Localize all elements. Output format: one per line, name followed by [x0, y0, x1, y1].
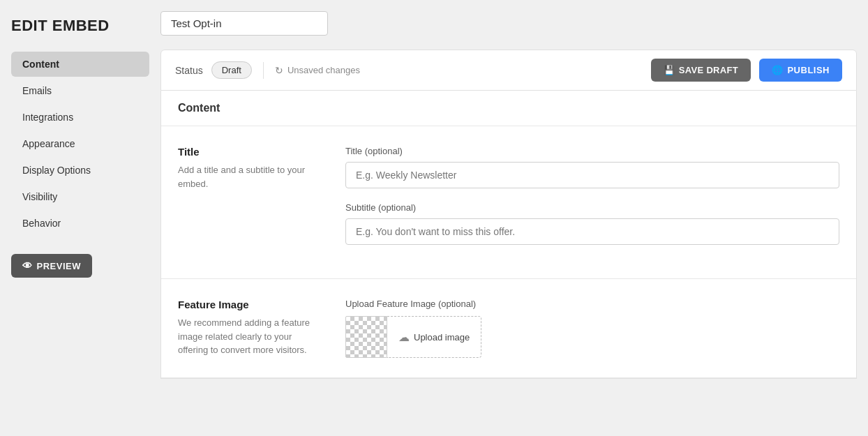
title-input[interactable]	[345, 162, 839, 188]
title-section: Title Add a title and a subtitle to your…	[161, 126, 856, 279]
refresh-icon: ↻	[275, 65, 283, 76]
sidebar: EDIT EMBED Content Emails Integrations A…	[0, 0, 160, 436]
sidebar-item-content[interactable]: Content	[11, 52, 149, 77]
content-section-header: Content	[161, 91, 856, 126]
status-badge[interactable]: Draft	[211, 61, 252, 79]
upload-label: Upload Feature Image (optional)	[345, 299, 839, 309]
sidebar-item-emails[interactable]: Emails	[11, 78, 149, 103]
title-section-description: Add a title and a subtitle to your embed…	[178, 163, 317, 190]
title-section-heading: Title	[178, 146, 317, 158]
subtitle-input[interactable]	[345, 218, 839, 245]
toolbar: Status Draft ↻ Unsaved changes 💾 SAVE DR…	[160, 50, 857, 91]
image-placeholder	[345, 316, 387, 358]
page-title: EDIT EMBED	[11, 17, 149, 35]
sidebar-item-behavior[interactable]: Behavior	[11, 211, 149, 236]
feature-image-section-right: Upload Feature Image (optional) ☁ Upload…	[345, 299, 839, 358]
sidebar-item-integrations[interactable]: Integrations	[11, 105, 149, 130]
feature-image-description: We recommend adding a feature image rela…	[178, 316, 317, 357]
subtitle-field-label: Subtitle (optional)	[345, 202, 839, 213]
sidebar-item-visibility[interactable]: Visibility	[11, 184, 149, 209]
title-field-label: Title (optional)	[345, 146, 839, 156]
save-draft-button[interactable]: 💾 SAVE DRAFT	[651, 59, 751, 82]
save-icon: 💾	[664, 65, 675, 75]
feature-image-heading: Feature Image	[178, 299, 317, 310]
toolbar-divider	[263, 62, 264, 79]
top-header	[160, 11, 868, 50]
feature-image-section: Feature Image We recommend adding a feat…	[161, 279, 856, 378]
globe-icon: 🌐	[772, 65, 784, 75]
status-label: Status	[175, 65, 203, 76]
upload-area: ☁ Upload image	[345, 316, 839, 358]
unsaved-changes: ↻ Unsaved changes	[275, 65, 360, 76]
sidebar-item-display-options[interactable]: Display Options	[11, 158, 149, 183]
eye-icon: 👁	[22, 260, 33, 271]
cloud-upload-icon: ☁	[398, 331, 410, 344]
embed-name-input[interactable]	[160, 11, 328, 36]
upload-image-button[interactable]: ☁ Upload image	[387, 316, 481, 358]
publish-button[interactable]: 🌐 PUBLISH	[759, 59, 842, 82]
feature-image-section-left: Feature Image We recommend adding a feat…	[178, 299, 317, 358]
title-section-right: Title (optional) Subtitle (optional)	[345, 146, 839, 259]
main-content: Status Draft ↻ Unsaved changes 💾 SAVE DR…	[160, 0, 868, 436]
content-panel: Content Title Add a title and a subtitle…	[160, 91, 857, 379]
sidebar-item-appearance[interactable]: Appearance	[11, 131, 149, 156]
preview-button[interactable]: 👁 PREVIEW	[11, 254, 92, 278]
title-section-left: Title Add a title and a subtitle to your…	[178, 146, 317, 259]
